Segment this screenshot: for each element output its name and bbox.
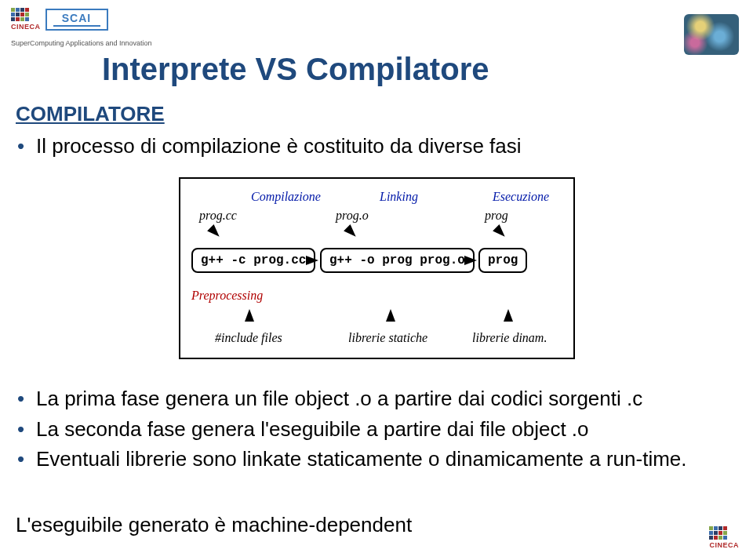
stage-label-exec: Esecuzione — [493, 190, 549, 204]
stage-label-link: Linking — [380, 190, 418, 204]
list-item: La prima fase genera un file object .o a… — [16, 386, 722, 412]
bullet-list-bottom: La prima fase genera un file object .o a… — [16, 386, 722, 477]
arrow-up-icon — [245, 309, 254, 322]
molecule-illustration — [684, 14, 739, 55]
cineca-text: CINECA — [11, 23, 41, 31]
bullet-list-top: Il processo di compilazione è costituito… — [16, 133, 722, 164]
arrow-icon — [493, 224, 508, 240]
cmd-run-box: prog — [478, 248, 527, 273]
arrow-icon — [207, 224, 223, 240]
file-obj: prog.o — [336, 209, 369, 223]
file-bin: prog — [485, 209, 508, 223]
file-src: prog.cc — [199, 209, 237, 223]
footer-line: L'eseguibile generato è machine-dependen… — [16, 513, 412, 537]
inputs-includes: #include files — [215, 331, 282, 345]
compilation-diagram: Compilazione Linking Esecuzione prog.cc … — [179, 177, 575, 359]
list-item: La seconda fase genera l'eseguibile a pa… — [16, 416, 722, 442]
arrow-icon — [344, 224, 359, 240]
arrow-up-icon — [504, 309, 513, 322]
stage-label-compile: Compilazione — [251, 190, 321, 204]
scai-logo: SCAI — [45, 9, 108, 31]
arrow-up-icon — [386, 309, 395, 322]
list-item: Eventuali librerie sono linkate staticam… — [16, 446, 722, 472]
preprocessing-label: Preprocessing — [191, 289, 263, 303]
arrow-right-icon — [306, 256, 318, 265]
logo-tagline: SuperComputing Applications and Innovati… — [11, 39, 152, 47]
arrow-right-icon — [464, 256, 477, 265]
inputs-dynlibs: librerie dinam. — [472, 331, 547, 345]
slide-title: Interprete VS Compilatore — [102, 52, 489, 87]
list-item: Il processo di compilazione è costituito… — [16, 133, 722, 159]
cmd-compile-box: g++ -c prog.cc — [191, 248, 315, 273]
cmd-link-box: g++ -o prog prog.o — [320, 248, 475, 273]
cineca-mark: CINECA — [11, 8, 41, 31]
logo-bottom-right: CINECA — [709, 526, 739, 549]
section-heading: COMPILATORE — [16, 102, 165, 126]
logo-top-left: CINECA SCAI — [11, 8, 108, 31]
inputs-staticlibs: librerie statiche — [348, 331, 427, 345]
